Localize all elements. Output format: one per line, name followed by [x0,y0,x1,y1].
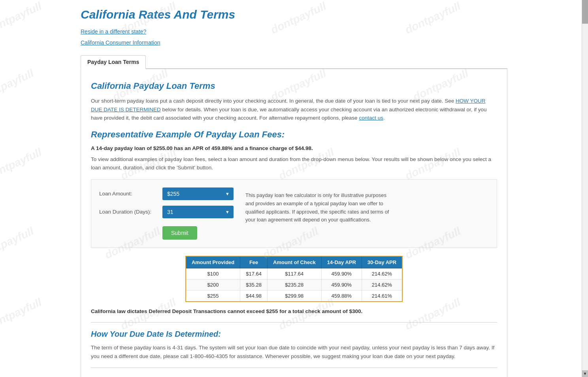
reside-link[interactable]: Reside in a different state? [81,28,146,35]
calc-inner: Loan Amount: $100 $200 $255 Loan Duratio… [99,188,489,240]
section3-title: How Your Due Date Is Determined: [91,330,497,339]
bold-note: A 14-day payday loan of $255.00 has an A… [91,145,497,151]
loan-duration-select-wrapper: 14 21 28 31 [162,206,234,218]
table-cell: $100 [186,268,240,279]
calculator-section: Loan Amount: $100 $200 $255 Loan Duratio… [91,179,497,248]
content-box: California Payday Loan Terms Our short-t… [81,69,507,377]
table-cell: $44.98 [240,290,268,302]
watermark-text: dontpayfull [0,146,44,183]
table-cell: $35.28 [240,279,268,290]
divider2 [91,368,497,368]
section1-title: California Payday Loan Terms [91,81,497,91]
loan-duration-label: Loan Duration (Days): [99,209,162,215]
fee-table-body: $100$17.64$117.64459.90%214.62%$200$35.2… [186,268,402,302]
table-cell: 214.62% [362,268,402,279]
col-amount-check: Amount of Check [268,256,322,268]
table-row: $255$44.98$299.98459.88%214.61% [186,290,402,302]
loan-amount-select[interactable]: $100 $200 $255 [162,188,234,200]
table-header-row: Amount Provided Fee Amount of Check 14-D… [186,256,402,268]
page-title: California Rates And Terms [81,8,507,21]
table-cell: 459.88% [321,290,362,302]
section2-title: Representative Example Of Payday Loan Fe… [91,129,497,140]
tab-bar: Payday Loan Terms [81,55,507,69]
how-due-date-link[interactable]: HOW YOUR DUE DATE IS DETERMINED [91,98,486,113]
scrollbar-arrow-down[interactable]: ▼ [582,370,588,377]
col-amount-provided: Amount Provided [186,256,240,268]
table-cell: 214.61% [362,290,402,302]
watermark-text: dontpayfull [0,0,44,36]
page-wrapper: California Rates And Terms Reside in a d… [69,0,519,377]
bottom-text: The term of these payday loans is 4-31 d… [91,343,497,360]
top-links: Reside in a different state? California … [81,26,507,48]
table-cell: 214.62% [362,279,402,290]
table-cell: 459.90% [321,279,362,290]
table-row: $100$17.64$117.64459.90%214.62% [186,268,402,279]
table-cell: $255 [186,290,240,302]
loan-amount-select-wrapper: $100 $200 $255 [162,188,234,200]
loan-amount-label: Loan Amount: [99,191,162,197]
loan-duration-row: Loan Duration (Days): 14 21 28 31 [99,206,234,218]
ca-law-note: California law dictates Deferred Deposit… [91,308,497,314]
calc-left: Loan Amount: $100 $200 $255 Loan Duratio… [99,188,234,240]
table-cell: $117.64 [268,268,322,279]
col-fee: Fee [240,256,268,268]
fee-table: Amount Provided Fee Amount of Check 14-D… [185,256,403,302]
tab-payday-loan-terms[interactable]: Payday Loan Terms [81,55,146,69]
loan-duration-select[interactable]: 14 21 28 31 [162,206,234,218]
contact-us-link[interactable]: contact us [359,115,383,121]
table-cell: $235.28 [268,279,322,290]
calc-disclaimer: This payday loan fee calculator is only … [245,188,396,224]
intro-text: Our short-term payday loans put a cash d… [91,97,497,122]
table-cell: $200 [186,279,240,290]
table-row: $200$35.28$235.28459.90%214.62% [186,279,402,290]
table-cell: $17.64 [240,268,268,279]
table-cell: $299.98 [268,290,322,302]
scrollbar-thumb[interactable] [582,0,588,24]
fee-table-wrapper: Amount Provided Fee Amount of Check 14-D… [91,256,497,302]
divider1 [91,322,497,323]
consumer-info-link[interactable]: California Consumer Information [81,39,160,46]
loan-amount-row: Loan Amount: $100 $200 $255 [99,188,234,200]
col-14day-apr: 14-Day APR [321,256,362,268]
example-text: To view additional examples of payday lo… [91,155,497,172]
submit-button[interactable]: Submit [162,226,197,240]
submit-row: Submit [99,224,234,240]
watermark-text: dontpayfull [0,67,36,104]
watermark-text: dontpayfull [0,296,44,333]
col-30day-apr: 30-Day APR [362,256,402,268]
watermark-text: dontpayfull [0,225,36,262]
table-cell: 459.90% [321,268,362,279]
